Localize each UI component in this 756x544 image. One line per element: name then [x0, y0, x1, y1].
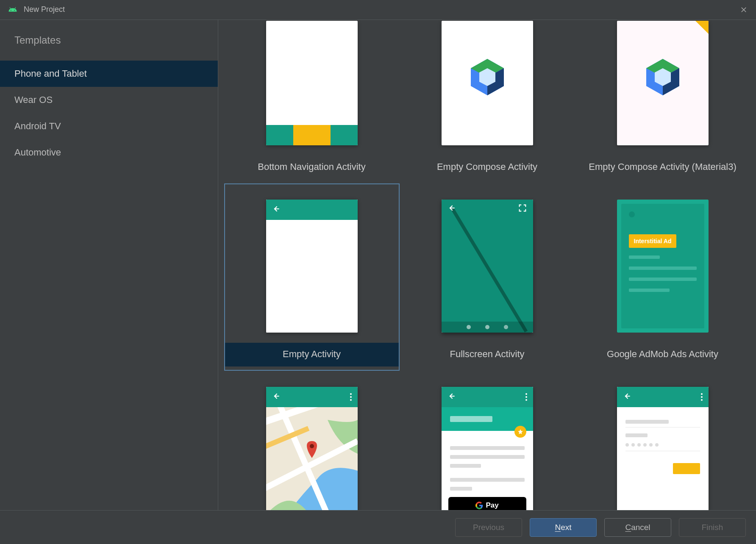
overflow-menu-icon	[350, 393, 352, 401]
back-arrow-icon	[623, 392, 631, 402]
next-button[interactable]: Next	[530, 518, 597, 537]
thumbnail	[442, 200, 533, 333]
fullscreen-icon	[518, 203, 527, 214]
template-label: Empty Compose Activity (Material3)	[576, 155, 750, 179]
window-title: New Project	[24, 5, 65, 14]
template-label: Empty Compose Activity	[400, 155, 574, 179]
overflow-menu-icon	[701, 393, 703, 401]
thumbnail	[266, 387, 358, 510]
sidebar-item-phone-and-tablet[interactable]: Phone and Tablet	[0, 61, 218, 87]
thumbnail: Interstitial Ad	[617, 200, 709, 333]
template-login-activity[interactable]: Login Activity	[575, 371, 750, 510]
svg-point-9	[310, 444, 314, 448]
jetpack-compose-icon	[471, 59, 504, 97]
android-icon	[8, 5, 18, 15]
finish-button[interactable]: Finish	[679, 518, 746, 537]
sidebar-heading: Templates	[0, 34, 218, 61]
back-arrow-icon	[272, 205, 281, 215]
overflow-menu-icon	[525, 393, 527, 401]
template-label: Empty Activity	[225, 343, 399, 366]
google-pay-label: Pay	[486, 501, 498, 510]
back-arrow-icon	[447, 392, 456, 402]
main-area: Templates Phone and Tablet Wear OS Andro…	[0, 20, 756, 511]
google-pay-button: Pay	[448, 497, 526, 510]
template-label: Bottom Navigation Activity	[225, 155, 399, 179]
interstitial-ad-badge: Interstitial Ad	[629, 234, 677, 248]
new-ribbon-icon	[695, 21, 708, 34]
template-google-admob-ads-activity[interactable]: Interstitial Ad Google AdMob Ads Activit…	[575, 183, 750, 371]
sidebar: Templates Phone and Tablet Wear OS Andro…	[0, 20, 218, 510]
template-empty-activity[interactable]: Empty Activity	[224, 183, 400, 371]
title-bar: New Project	[0, 0, 756, 20]
template-empty-compose-activity-material3[interactable]: Empty Compose Activity (Material3)	[575, 20, 750, 183]
thumbnail	[266, 21, 358, 145]
cancel-button[interactable]: Cancel	[604, 518, 671, 537]
google-g-icon	[475, 502, 483, 509]
template-gallery: Bottom Navigation Activity Empty Compose…	[218, 20, 756, 510]
close-icon	[740, 6, 748, 14]
template-google-maps-activity[interactable]: Google Maps Activity	[224, 371, 400, 510]
sidebar-item-android-tv[interactable]: Android TV	[0, 113, 218, 139]
template-google-pay-activity[interactable]: Pay Google Pay Activity	[400, 371, 575, 510]
sidebar-item-automotive[interactable]: Automotive	[0, 139, 218, 166]
login-submit-placeholder	[673, 463, 700, 474]
thumbnail	[617, 21, 709, 145]
next-mnemonic: N	[555, 523, 561, 532]
back-arrow-icon	[447, 204, 456, 214]
thumbnail	[617, 387, 709, 510]
thumbnail: Pay	[442, 387, 533, 510]
back-arrow-icon	[272, 392, 281, 402]
template-fullscreen-activity[interactable]: Fullscreen Activity	[400, 183, 575, 371]
previous-button[interactable]: Previous	[455, 518, 522, 537]
cancel-mnemonic: C	[625, 523, 631, 532]
thumbnail	[266, 200, 358, 333]
close-button[interactable]	[737, 3, 750, 16]
template-label: Fullscreen Activity	[400, 343, 574, 366]
jetpack-compose-icon	[646, 59, 679, 97]
template-bottom-navigation-activity[interactable]: Bottom Navigation Activity	[224, 20, 400, 183]
sidebar-item-wear-os[interactable]: Wear OS	[0, 87, 218, 113]
template-label: Google AdMob Ads Activity	[576, 343, 750, 366]
template-empty-compose-activity[interactable]: Empty Compose Activity	[400, 20, 575, 183]
star-fab-icon	[514, 426, 526, 438]
wizard-footer: Previous Next Cancel Finish	[0, 511, 756, 544]
thumbnail	[442, 21, 533, 145]
